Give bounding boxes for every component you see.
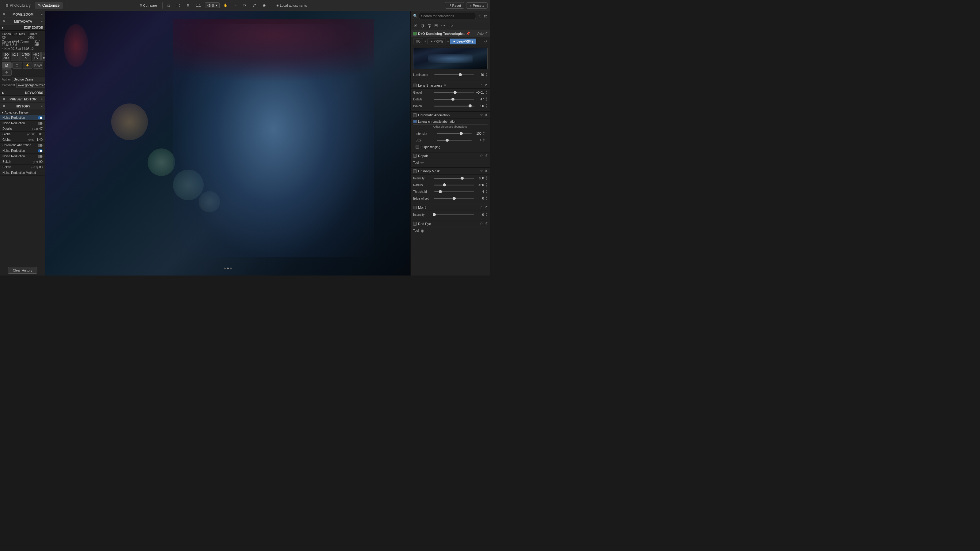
history-item[interactable]: Bokeh (+27) 83 [0,165,45,170]
crop-tool[interactable]: ⌗ [232,2,239,9]
us-radius-thumb[interactable] [443,183,446,186]
hdr-cell[interactable]: ⊡ [12,62,22,68]
close-preset[interactable]: ✕ [2,97,5,101]
reset-icon[interactable]: ↺ [485,113,488,117]
toggle-blue[interactable] [38,149,43,152]
global-thumb[interactable] [453,91,457,94]
us-edge-thumb[interactable] [453,197,456,200]
details-slider[interactable] [434,99,474,100]
down[interactable]: ▼ [485,198,488,201]
down[interactable]: ▼ [485,178,488,181]
star-icon[interactable]: ☆ [477,13,482,19]
history-item[interactable]: Bokeh (+7) 90 [0,159,45,165]
brush-tool[interactable]: 🖊 [250,2,259,9]
search-input[interactable] [419,13,476,19]
1to1-button[interactable]: 1:1 [193,2,204,9]
dot[interactable] [224,268,226,269]
dot[interactable] [227,268,229,269]
details-down[interactable]: ▼ [485,99,488,102]
local-adjustments-button[interactable]: ◈ Local adjustments [274,2,310,9]
history-item[interactable]: Noise Reduction Method [0,170,45,176]
denoising-enable[interactable] [413,32,417,35]
us-intensity-slider[interactable] [434,178,474,179]
sun-icon[interactable]: ☀ [413,22,418,29]
luminance-thumb[interactable] [459,73,462,76]
reset-icon[interactable]: ↺ [485,154,488,158]
denoise-reset-icon[interactable]: ↺ [485,32,488,35]
gps-cell[interactable]: ⊙ [2,69,12,76]
compare-button[interactable]: ⧉ Compare [137,2,159,9]
metadata-menu[interactable]: ≡ [41,20,43,23]
aspect-ratio-button[interactable]: □ [165,2,173,9]
move-zoom-menu[interactable]: ≡ [41,13,43,16]
bokeh-slider[interactable] [434,106,474,106]
us-radius-slider[interactable] [434,184,474,186]
size-thumb[interactable] [445,139,449,142]
reset-icon[interactable]: ↺ [485,169,488,173]
raw-cell[interactable]: RAW [33,62,43,68]
star-icon[interactable]: ☆ [480,83,483,87]
down[interactable]: ▼ [485,192,488,194]
us-edge-slider[interactable] [434,198,474,199]
close-history[interactable]: ✕ [2,104,5,108]
intensity-down[interactable]: ▼ [483,133,485,136]
reset-deepprime-icon[interactable]: ↺ [484,39,488,44]
denoise-pin-icon[interactable]: 📌 [466,32,470,35]
moire-enable[interactable] [413,206,417,210]
size-slider[interactable] [437,140,472,141]
size-down[interactable]: ▼ [483,140,485,143]
history-item[interactable]: Global (-1.39) 0.01 [0,132,45,137]
copyright-input[interactable] [16,83,45,88]
intensity-slider[interactable] [437,133,472,134]
down[interactable]: ▼ [485,185,488,187]
color-icon[interactable]: ◑ [420,22,425,29]
us-threshold-slider[interactable] [434,191,474,192]
clear-history-button[interactable]: Clear History [8,267,38,274]
history-item[interactable]: Details (-14) 47 [0,126,45,132]
history-item[interactable]: Noise Reduction [0,148,45,154]
eye-tool[interactable]: ◉ [260,2,269,9]
image-container[interactable] [45,11,410,275]
star-icon[interactable]: ☆ [480,169,483,173]
star-icon[interactable]: ☆ [480,154,483,158]
star-icon[interactable]: ☆ [480,113,483,117]
straighten-button[interactable]: ⊕ [184,2,192,9]
chrom-ab-enable[interactable] [413,113,417,117]
history-item[interactable]: Noise Reduction [0,115,45,121]
luminance-slider[interactable] [434,75,474,75]
author-input[interactable] [12,77,45,82]
dot[interactable] [230,268,232,269]
us-intensity-thumb[interactable] [461,176,464,180]
reset-icon[interactable]: ↺ [485,83,488,87]
preset-menu[interactable]: ≡ [41,97,43,101]
crop-button[interactable]: ⛶ [173,2,183,9]
reset-icon[interactable]: ↺ [485,205,488,210]
close-move-zoom[interactable]: ✕ [2,12,5,16]
geometry-icon[interactable]: ⊞ [434,22,439,29]
deepprime-tab[interactable]: ✦ DeepPRIME [450,38,476,44]
fx-icon[interactable]: fx [483,13,488,19]
us-threshold-thumb[interactable] [439,190,442,193]
lens-icon[interactable]: ◎ [427,22,432,29]
mode-m-cell[interactable]: M [2,62,12,68]
reset-icon[interactable]: ↺ [485,222,488,225]
repair-tool-icon[interactable]: ✏ [420,160,424,165]
lens-sharpness-enable[interactable] [413,84,417,87]
luminance-down[interactable]: ▼ [485,75,488,77]
moire-intensity-slider[interactable] [434,214,474,215]
tab-photolibrary[interactable]: ⊞ PhotoLibrary [2,2,34,9]
history-item[interactable]: Noise Reduction [0,121,45,126]
history-item[interactable]: Chromatic Aberration [0,143,45,148]
bokeh-thumb[interactable] [469,105,472,108]
red-eye-enable[interactable] [413,222,417,225]
star-icon[interactable]: ☆ [480,222,483,225]
tab-customize[interactable]: ✎ Customize [35,2,63,9]
red-eye-tool-icon[interactable]: ◉ [420,229,424,233]
close-metadata[interactable]: ✕ [2,19,5,24]
toggle-blue[interactable] [38,116,43,119]
zoom-display[interactable]: 45 % ▾ [205,2,220,8]
rotate-tool[interactable]: ↻ [240,2,249,9]
lateral-checkbox[interactable]: ✓ [413,120,417,123]
global-slider[interactable] [434,92,474,93]
global-down[interactable]: ▼ [485,92,488,95]
